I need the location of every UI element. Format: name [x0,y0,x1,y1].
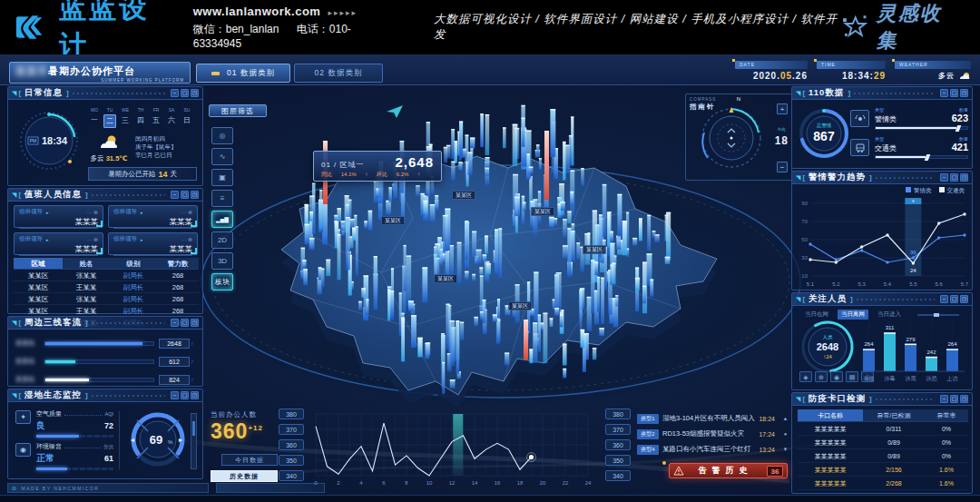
column-header[interactable]: 级别 [110,258,157,269]
trend-line-chart[interactable]: 9070503010∨30245.15.25.35.45.55.65.7 [796,196,970,289]
fullscreen-icon[interactable]: ◳ [191,319,199,327]
minimize-icon[interactable]: − [171,89,179,97]
minimize-icon[interactable]: − [940,89,948,97]
table-row[interactable]: 某某区张某某副局长268 [14,270,199,281]
barchart-layer-button[interactable]: ▂▅▇ [211,211,233,228]
fullscreen-icon[interactable]: ◳ [191,89,199,97]
layer-button-板块[interactable]: 板块 [211,273,233,290]
checkpoint-row[interactable]: 某某某某某0/890% [798,449,968,463]
office-chart-grid[interactable]: 024681012141618202224 [309,408,601,496]
office-line-chart[interactable]: 3803803703703603603503503403400246810121… [279,408,634,497]
table-cell: 2/156 [863,463,925,476]
table-cell: 某某某某某 [798,463,863,476]
map-area-marker[interactable]: 某某区 [452,191,475,200]
window-icon[interactable]: ▢ [181,319,189,327]
minimize-icon[interactable]: − [171,391,179,399]
time-widget: TIME 18:34:29 [817,61,886,81]
minimize-icon[interactable]: − [940,295,948,303]
window-icon[interactable]: ▢ [181,391,189,399]
duty-leader-card[interactable]: 值班领导▸··· ⊗某某某 [108,232,198,255]
dashboard: 某某市暑期办公协作平台 SUMMER WORKING PLATFORM 01 数… [0,54,980,502]
window-icon[interactable]: ▢ [181,191,189,199]
map-area-marker[interactable]: 某某区 [508,301,532,310]
layer-button-2D[interactable]: 2D [211,231,233,249]
table-row[interactable]: 某某区张某某副局长268 [14,293,199,305]
minimize-icon[interactable]: − [171,191,179,199]
camera-layer-button[interactable]: ◎ [211,127,233,144]
checkpoint-row[interactable]: 某某某某某0/3110% [798,422,968,436]
column-header[interactable]: 姓名 [63,258,110,269]
focus-category-icon[interactable]: ◈ [799,371,812,382]
table-cell: 0/89 [863,436,925,448]
map-area-marker[interactable]: 某某区 [381,216,405,225]
alert-time: 17:24 [759,431,775,438]
window-icon[interactable]: ▢ [181,89,189,97]
checkpoint-row[interactable]: 某某某某某0/890% [798,436,968,449]
tab-data-category-1[interactable]: 01 数据类别 [196,64,290,83]
alert-item[interactable]: 类型2RD13-53烟感报警疑似火灾17:24 [637,428,775,440]
fullscreen-icon[interactable]: ◳ [960,173,968,182]
table-cell: 某某某某某 [798,436,863,448]
svg-text:涉毒: 涉毒 [885,376,896,382]
column-header[interactable]: 异常/已检测 [863,409,925,421]
legend-item[interactable]: 警情类 [906,187,932,195]
zoom-out-button[interactable]: − [777,162,788,172]
focus-category-icon[interactable]: ◉ [830,371,843,382]
window-icon[interactable]: ▢ [950,89,958,97]
map-area-marker[interactable]: 某某区 [434,274,457,283]
tab-data-category-2[interactable]: 02 数据类别 [294,64,383,83]
map-area-marker[interactable]: 某某区 [531,207,554,216]
svg-text:◂: ◂ [131,436,134,444]
zoom-in-button[interactable]: + [777,103,788,114]
focus-category-icon[interactable]: ▤ [846,371,858,382]
alarm-history-button[interactable]: 告警历史 36 [669,463,788,478]
minimize-icon[interactable]: − [171,319,179,327]
plane-marker-icon[interactable] [385,103,405,120]
focus-category-icon[interactable]: ⊕ [815,371,828,382]
alert-item[interactable]: 类型1湿地3-104片区有不明人员闯入18:24 [637,412,775,425]
duty-leader-card[interactable]: 值班领导▸··· ⊗某某某 [14,205,103,228]
duty-leader-card[interactable]: 值班领导▸··· ⊗某某某 [108,205,198,228]
minimize-icon[interactable]: − [940,395,948,403]
radar-layer-button[interactable]: ∿ [211,148,233,165]
fullscreen-icon[interactable]: ◳ [191,191,199,199]
checkpoint-row[interactable]: 某某某某某2/1561.6% [798,463,968,477]
column-header[interactable]: 卡口名称 [798,409,863,421]
window-icon[interactable]: ▢ [950,173,958,182]
fullscreen-icon[interactable]: ◳ [191,391,199,399]
window-icon[interactable]: ▢ [950,395,958,403]
weekday-cell: SU日 [181,107,193,128]
fullscreen-icon[interactable]: ◳ [960,395,968,403]
duty-leader-card[interactable]: 值班领导▸··· ⊗某某某 [14,232,103,255]
table-row[interactable]: 某某区王某某副局长268 [14,281,199,293]
weather-text: 多云 [91,154,104,162]
table-cell: 张某某 [63,293,110,304]
fullscreen-icon[interactable]: ◳ [960,295,968,303]
alert-scroll-down-icon[interactable]: ▼ [781,443,789,456]
column-header[interactable]: 区域 [14,258,63,269]
window-icon[interactable]: ▢ [950,295,958,303]
office-count-label: 当前办公人数 [211,410,278,419]
column-header[interactable]: 异常率 [925,409,968,421]
air-label: 空气质量 [36,409,62,418]
list-layer-button[interactable]: ≡ [211,190,233,207]
fullscreen-icon[interactable]: ◳ [960,89,968,97]
legend-item[interactable]: 交通类 [939,187,965,195]
inspiration-collect[interactable]: 灵感收集 [842,0,962,54]
eco-slider[interactable] [191,413,197,469]
column-header[interactable]: 警力数 [157,258,199,269]
device-layer-button[interactable]: ▣ [211,169,233,186]
minimize-icon[interactable]: − [940,173,948,182]
layer-button-3D[interactable]: 3D [211,252,233,270]
alert-scroll-up-icon[interactable]: ▲ [781,412,789,425]
checkpoint-row[interactable]: 某某某某某2/2681.6% [798,477,968,490]
focus-bar-chart[interactable]: 264在逃311涉毒279涉黑242涉恐264上访 [858,313,968,386]
list-icon: ≡ [220,194,225,202]
compass-dial[interactable] [699,105,764,171]
svg-text:279: 279 [906,337,916,342]
map-area-marker[interactable]: 某某区 [583,245,606,254]
today-data-button[interactable]: 今日数据 [221,454,278,466]
history-data-button[interactable]: 历史数据 [211,470,278,482]
site-url[interactable]: www.lanlanwork.com [193,5,321,18]
alert-item[interactable]: 类型4某路口有小汽车连闯三个红灯13:24 [637,443,775,456]
